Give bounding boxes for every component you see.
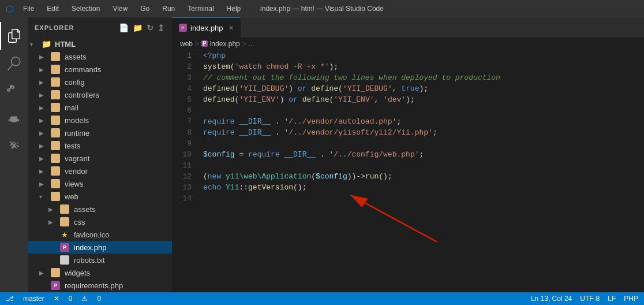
errors-count[interactable]: 0: [69, 295, 73, 303]
code-line-2: system('watch chmod -R +x *');: [203, 61, 644, 72]
sidebar-item-web-css[interactable]: ▶ css: [28, 215, 172, 228]
menu-terminal[interactable]: Terminal: [185, 3, 216, 14]
chevron-right-icon: ▶: [39, 117, 48, 124]
folder-icon: [51, 179, 60, 188]
extensions-activity-icon[interactable]: [0, 133, 28, 161]
code-line-6: [203, 105, 644, 116]
source-control-activity-icon[interactable]: [0, 77, 28, 105]
menu-help[interactable]: Help: [224, 3, 244, 14]
sidebar-item-favicon[interactable]: ▶ ★ favicon.ico: [28, 228, 172, 241]
php-file-icon: P: [51, 281, 60, 290]
code-editor[interactable]: 12345 678910 11121314 <?phpsystem('watch…: [172, 50, 644, 292]
tree-item-label: models: [65, 116, 89, 125]
line-numbers: 12345 678910 11121314: [172, 50, 197, 292]
star-icon: ★: [60, 230, 69, 239]
sidebar-item-runtime[interactable]: ▶ runtime: [28, 127, 172, 139]
warnings-count[interactable]: 0: [97, 295, 101, 303]
tree-root-html[interactable]: ▾ 📁 HTML: [28, 38, 172, 50]
bc-ellipsis[interactable]: ...: [249, 40, 254, 48]
git-branch-label[interactable]: master: [23, 295, 44, 303]
refresh-icon[interactable]: ↻: [147, 23, 154, 32]
language-mode[interactable]: PHP: [624, 295, 638, 303]
code-line-10: $config = require __DIR__ . '/../config/…: [203, 149, 644, 160]
git-branch-icon: ⎇: [6, 295, 14, 303]
tree-item-label: css: [74, 218, 85, 226]
folder-icon: [51, 128, 60, 137]
code-content[interactable]: <?phpsystem('watch chmod -R +x *');// co…: [197, 50, 644, 292]
new-file-icon[interactable]: 📄: [119, 23, 129, 32]
bc-web[interactable]: web: [180, 40, 193, 48]
window-title: index.php — html — Visual Studio Code: [260, 5, 384, 13]
tab-indexphp[interactable]: P index.php ×: [172, 17, 241, 38]
titlebar: ⬡ File Edit Selection View Go Run Termin…: [0, 0, 644, 17]
bc-filename[interactable]: index.php: [210, 40, 240, 48]
tree-item-label: widgets: [65, 269, 90, 277]
breadcrumb: web > P index.php > ...: [172, 38, 644, 50]
tree-item-label: controllers: [65, 91, 99, 99]
titlebar-menu: File Edit Selection View Go Run Terminal…: [21, 3, 243, 14]
explorer-label: Explorer: [35, 24, 74, 31]
sidebar-item-config[interactable]: ▶ config: [28, 76, 172, 88]
menu-file[interactable]: File: [21, 3, 36, 14]
status-right: Ln 13, Col 24 UTF-8 LF PHP: [531, 295, 638, 303]
folder-icon: [51, 103, 60, 112]
sidebar-item-views[interactable]: ▶ views: [28, 177, 172, 190]
sidebar-item-vendor[interactable]: ▶ vendor: [28, 165, 172, 177]
code-line-3: // comment out the following two lines w…: [203, 72, 644, 83]
code-line-9: [203, 138, 644, 149]
cursor-position[interactable]: Ln 13, Col 24: [531, 295, 572, 303]
folder-icon: [60, 217, 69, 226]
menu-selection[interactable]: Selection: [69, 3, 102, 14]
sidebar-item-robots[interactable]: ▶ robots.txt: [28, 254, 172, 266]
collapse-icon[interactable]: ↥: [158, 23, 165, 32]
tree-item-label: config: [65, 78, 85, 87]
explorer-activity-icon[interactable]: [0, 22, 28, 50]
vscode-logo-icon: ⬡: [6, 3, 14, 14]
sidebar-item-indexphp[interactable]: ▶ P index.php: [28, 241, 172, 254]
sidebar-item-vagrant[interactable]: ▶ vagrant: [28, 152, 172, 165]
code-line-1: <?php: [203, 50, 644, 61]
menu-run[interactable]: Run: [160, 3, 177, 14]
menu-go[interactable]: Go: [138, 3, 152, 14]
sidebar-item-tests[interactable]: ▶ tests: [28, 139, 172, 152]
chevron-right-icon: ▶: [39, 155, 48, 162]
tree-item-label: index.php: [74, 243, 106, 252]
search-activity-icon[interactable]: [0, 50, 28, 77]
sidebar-item-commands[interactable]: ▶ commands: [28, 63, 172, 76]
sidebar-item-models[interactable]: ▶ models: [28, 114, 172, 127]
code-line-8: require __DIR__ . '/../vendor/yiisoft/yi…: [203, 127, 644, 138]
tree-item-label: favicon.ico: [74, 230, 109, 239]
encoding[interactable]: UTF-8: [580, 295, 600, 303]
line-ending[interactable]: LF: [608, 295, 616, 303]
sidebar-item-assets[interactable]: ▶ assets: [28, 50, 172, 63]
sidebar-item-requirements[interactable]: ▶ P requirements.php: [28, 279, 172, 292]
folder-icon: [51, 166, 60, 176]
folder-icon: [60, 204, 69, 214]
new-folder-icon[interactable]: 📁: [133, 23, 143, 32]
chevron-right-icon: ▶: [39, 79, 48, 85]
chevron-right-icon: ▶: [39, 54, 48, 60]
folder-icon: [51, 77, 60, 87]
activity-bar: [0, 17, 28, 292]
menu-edit[interactable]: Edit: [44, 3, 61, 14]
tree-item-label: assets: [74, 205, 96, 214]
tab-close-button[interactable]: ×: [229, 23, 233, 32]
menu-view[interactable]: View: [110, 3, 130, 14]
sidebar: Explorer 📄 📁 ↻ ↥ ▾ 📁 HTML ▶ assets: [28, 17, 172, 292]
sidebar-item-mail[interactable]: ▶ mail: [28, 101, 172, 114]
sidebar-item-widgets[interactable]: ▶ widgets: [28, 266, 172, 279]
chevron-right-icon: ▶: [48, 206, 58, 213]
code-line-13: echo Yii::getVersion();: [203, 182, 644, 193]
sidebar-item-web-assets[interactable]: ▶ assets: [28, 203, 172, 215]
run-debug-activity-icon[interactable]: [0, 105, 28, 133]
sidebar-item-web[interactable]: ▾ web: [28, 190, 172, 203]
code-line-4: defined('YII_DEBUG') or define('YII_DEBU…: [203, 83, 644, 94]
sidebar-header-icons: 📄 📁 ↻ ↥: [119, 23, 165, 32]
folder-icon: [51, 154, 60, 163]
sidebar-item-controllers[interactable]: ▶ controllers: [28, 88, 172, 101]
tree-item-label: runtime: [65, 129, 89, 137]
tree-item-label: vendor: [65, 167, 88, 176]
chevron-right-icon: ▶: [39, 181, 48, 187]
sidebar-tree: ▾ 📁 HTML ▶ assets ▶ commands ▶ config: [28, 38, 172, 292]
tab-bar: P index.php ×: [172, 17, 644, 38]
